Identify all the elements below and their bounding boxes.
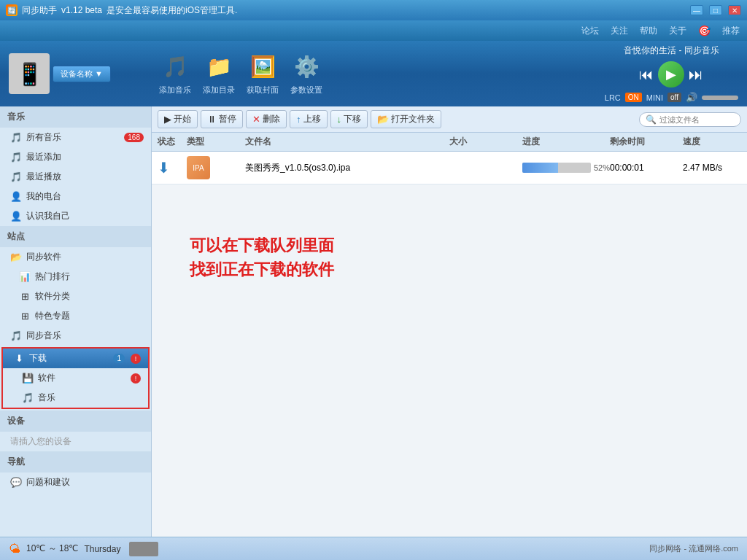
table-body: ⬇ IPA 美图秀秀_v1.0.5(os3.0).ipa 52% bbox=[152, 152, 747, 537]
prev-button[interactable]: ⏮ bbox=[639, 66, 654, 83]
temperature-text: 10℃ ～ 18℃ bbox=[26, 542, 78, 555]
nav-about[interactable]: 关于 bbox=[669, 25, 686, 37]
col-remain-header: 剩余时间 bbox=[610, 136, 683, 148]
sidebar-item-recent-add[interactable]: 🎵 最近添加 bbox=[0, 147, 151, 167]
sidebar-item-recent-play[interactable]: 🎵 最近播放 bbox=[0, 167, 151, 187]
nav-bar: 论坛 关注 帮助 关于 🎯 推荐 bbox=[0, 20, 747, 41]
add-dir-label: 添加目录 bbox=[203, 85, 235, 96]
brand-text: 同步网络 - 流通网络.com bbox=[649, 543, 738, 554]
sidebar-item-software[interactable]: 💾 软件 ! bbox=[3, 368, 148, 388]
sync-soft-label: 同步软件 bbox=[26, 251, 61, 263]
file-type-icon: IPA bbox=[187, 156, 210, 179]
settings-icon: ⚙️ bbox=[292, 52, 321, 82]
sidebar-item-feedback[interactable]: 💬 问题和建议 bbox=[0, 472, 151, 492]
mini-off-toggle[interactable]: off bbox=[667, 93, 681, 102]
row-filename: 美图秀秀_v1.0.5(os3.0).ipa bbox=[245, 162, 449, 174]
folder-open-icon: 📂 bbox=[377, 114, 389, 125]
down-button[interactable]: ↓ 下移 bbox=[330, 110, 368, 128]
player-title: 音悦你的生活 - 同步音乐 bbox=[624, 44, 719, 57]
sidebar-item-special-topic[interactable]: ⊞ 特色专题 bbox=[0, 306, 151, 326]
open-folder-label: 打开文件夹 bbox=[391, 113, 435, 125]
sidebar-item-music-dl[interactable]: 🎵 音乐 bbox=[3, 388, 148, 408]
delete-icon: ✕ bbox=[252, 114, 260, 125]
start-icon: ▶ bbox=[164, 114, 171, 125]
sidebar-item-all-music[interactable]: 🎵 所有音乐 168 bbox=[0, 128, 151, 147]
sidebar-item-know-me[interactable]: 👤 认识我自己 bbox=[0, 206, 151, 226]
download-badge: 1 bbox=[113, 354, 125, 363]
restore-button[interactable]: □ bbox=[709, 5, 722, 15]
add-music-icon: 🎵 bbox=[160, 52, 190, 82]
music-section-title: 音乐 bbox=[0, 106, 151, 128]
category-icon: ⊞ bbox=[19, 291, 31, 303]
col-type-header: 类型 bbox=[187, 136, 245, 148]
sidebar-item-sync-music[interactable]: 🎵 同步音乐 bbox=[0, 326, 151, 346]
volume-slider[interactable] bbox=[702, 96, 738, 100]
hot-rank-label: 热门排行 bbox=[35, 271, 70, 283]
nav-section-title: 导航 bbox=[0, 451, 151, 472]
next-button[interactable]: ⏭ bbox=[689, 66, 703, 83]
get-cover-tool[interactable]: 🖼️ 获取封面 bbox=[247, 52, 279, 96]
sync-music-label: 同步音乐 bbox=[26, 330, 61, 342]
add-dir-tool[interactable]: 📁 添加目录 bbox=[203, 52, 235, 96]
all-music-badge: 168 bbox=[124, 133, 144, 142]
up-icon: ↑ bbox=[296, 114, 301, 125]
device-name-button[interactable]: 设备名称 ▼ bbox=[53, 66, 111, 82]
folder-icon: 📂 bbox=[10, 252, 22, 263]
search-icon: 🔍 bbox=[646, 114, 657, 125]
download-toolbar: ▶ 开始 ⏸ 暂停 ✕ 删除 ↑ 上移 ↓ 下移 bbox=[152, 106, 747, 133]
lrc-on-toggle[interactable]: ON bbox=[625, 93, 642, 102]
nav-follow[interactable]: 关注 bbox=[611, 25, 628, 37]
right-panel: ▶ 开始 ⏸ 暂停 ✕ 删除 ↑ 上移 ↓ 下移 bbox=[152, 106, 747, 537]
sync-music-icon: 🎵 bbox=[10, 330, 22, 342]
nav-forum[interactable]: 论坛 bbox=[581, 25, 599, 37]
pause-button[interactable]: ⏸ 暂停 bbox=[201, 110, 243, 128]
progress-text: 52% bbox=[594, 163, 610, 172]
download-icon: ⬇ bbox=[13, 353, 25, 365]
sidebar-item-device-placeholder: 请插入您的设备 bbox=[0, 432, 151, 451]
sidebar-item-download[interactable]: ⬇ 下载 1 ! bbox=[3, 349, 148, 368]
software-label: 软件 bbox=[38, 372, 55, 384]
software-error-badge: ! bbox=[131, 373, 141, 384]
search-input[interactable] bbox=[659, 115, 735, 124]
know-me-label: 认识我自己 bbox=[26, 210, 70, 222]
settings-tool[interactable]: ⚙️ 参数设置 bbox=[290, 52, 322, 96]
toolbar: 📱 设备名称 ▼ 🎵 添加音乐 📁 添加目录 🖼️ 获取封面 ⚙️ 参数设置 bbox=[0, 41, 747, 106]
special-icon: ⊞ bbox=[19, 311, 31, 322]
open-folder-button[interactable]: 📂 打开文件夹 bbox=[371, 110, 441, 128]
soft-category-label: 软件分类 bbox=[35, 290, 70, 303]
start-button[interactable]: ▶ 开始 bbox=[158, 110, 198, 128]
sidebar-item-sync-soft[interactable]: 📂 同步软件 bbox=[0, 247, 151, 267]
nav-recommend[interactable]: 推荐 bbox=[722, 25, 740, 37]
download-label: 下载 bbox=[29, 352, 47, 365]
settings-label: 参数设置 bbox=[290, 85, 322, 96]
title-bar: 🔄 同步助手 v1.12 beta 是安全最容易使用的iOS管理工具. — □ … bbox=[0, 0, 747, 20]
app-icon: 🔄 bbox=[6, 4, 18, 16]
close-button[interactable]: ✕ bbox=[728, 5, 741, 15]
music-dl-label: 音乐 bbox=[38, 392, 55, 404]
down-label: 下移 bbox=[344, 113, 361, 125]
get-cover-icon: 🖼️ bbox=[248, 52, 277, 82]
minimize-button[interactable]: — bbox=[690, 5, 703, 15]
down-icon: ↓ bbox=[337, 114, 342, 125]
sidebar-item-hot-rank[interactable]: 📊 热门排行 bbox=[0, 267, 151, 287]
table-row[interactable]: ⬇ IPA 美图秀秀_v1.0.5(os3.0).ipa 52% bbox=[152, 152, 747, 184]
my-station-label: 我的电台 bbox=[26, 190, 61, 203]
sidebar-item-soft-category[interactable]: ⊞ 软件分类 bbox=[0, 287, 151, 306]
device-placeholder-text: 请插入您的设备 bbox=[10, 435, 71, 448]
sidebar-item-my-station[interactable]: 👤 我的电台 bbox=[0, 187, 151, 206]
music-note-icon: 🎵 bbox=[10, 132, 22, 144]
main-content: 音乐 🎵 所有音乐 168 🎵 最近添加 🎵 最近播放 👤 我的电台 👤 认识我… bbox=[0, 106, 747, 537]
progress-bar-container bbox=[522, 163, 591, 173]
weibo-icon: 🎯 bbox=[698, 25, 711, 36]
play-button[interactable]: ▶ bbox=[658, 61, 684, 88]
pause-label: 暂停 bbox=[219, 113, 236, 125]
start-label: 开始 bbox=[174, 113, 191, 125]
station-icon: 👤 bbox=[10, 191, 22, 203]
add-dir-icon: 📁 bbox=[204, 52, 233, 82]
row-speed: 2.47 MB/s bbox=[683, 163, 741, 173]
nav-help[interactable]: 帮助 bbox=[640, 25, 657, 37]
get-cover-label: 获取封面 bbox=[247, 85, 279, 96]
up-button[interactable]: ↑ 上移 bbox=[290, 110, 328, 128]
add-music-tool[interactable]: 🎵 添加音乐 bbox=[159, 52, 191, 96]
delete-button[interactable]: ✕ 删除 bbox=[246, 110, 287, 128]
